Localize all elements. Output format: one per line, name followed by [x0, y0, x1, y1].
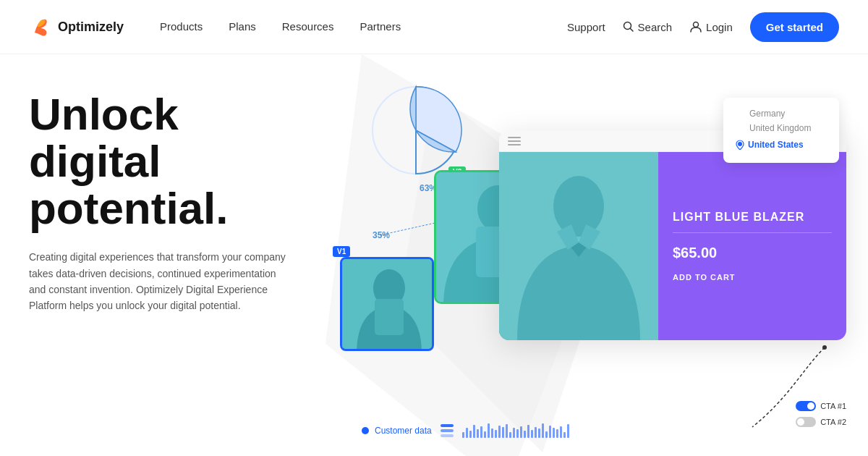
- navbar: Optimizely Products Plans Resources Part…: [0, 0, 868, 54]
- product-image: [499, 152, 658, 340]
- svg-point-16: [738, 142, 742, 146]
- search-button[interactable]: Search: [623, 21, 673, 33]
- hero-right: 35% 63% V1 V2: [318, 54, 868, 456]
- nav-item-products[interactable]: Products: [160, 20, 203, 33]
- svg-point-17: [822, 345, 827, 350]
- connector-line: [731, 340, 832, 442]
- nav-item-resources[interactable]: Resources: [282, 20, 334, 33]
- svg-point-2: [694, 22, 699, 28]
- data-stack-icon: [441, 424, 454, 437]
- hamburger-icon: [508, 137, 521, 145]
- user-icon: [689, 20, 702, 33]
- nav-item-partners[interactable]: Partners: [359, 20, 401, 33]
- location-uk[interactable]: United Kingdom: [735, 121, 827, 135]
- data-dot: [362, 427, 369, 434]
- brand-name: Optimizely: [58, 20, 124, 35]
- data-label: Customer data: [375, 426, 432, 436]
- hero-section: Unlockdigitalpotential. Creating digital…: [0, 54, 868, 456]
- product-divider: [673, 232, 832, 233]
- nav-item-plans[interactable]: Plans: [229, 20, 256, 33]
- svg-line-1: [630, 29, 633, 32]
- location-pin-icon: [735, 140, 745, 150]
- location-dropdown: Germany United Kingdom United States: [723, 98, 839, 163]
- product-title: LIGHT BLUE BLAZER: [673, 211, 832, 224]
- v1-image-card: [340, 257, 434, 351]
- product-price: $65.00: [673, 245, 832, 261]
- location-germany[interactable]: Germany: [735, 106, 827, 121]
- location-us[interactable]: United States: [748, 138, 804, 152]
- hero-description: Creating digital experiences that transf…: [29, 249, 289, 314]
- hero-headline: Unlockdigitalpotential.: [29, 90, 289, 232]
- product-info: LIGHT BLUE BLAZER $65.00 ADD TO CART: [658, 152, 846, 340]
- logo-area[interactable]: Optimizely: [29, 15, 124, 38]
- support-link[interactable]: Support: [567, 21, 605, 33]
- nav-right: Support Search Login Get started: [567, 12, 839, 42]
- ab-v1-label: V1: [333, 246, 350, 257]
- hero-left: Unlockdigitalpotential. Creating digital…: [0, 54, 318, 456]
- data-bars-visual: [462, 423, 569, 438]
- brand-logo-icon: [29, 15, 52, 38]
- add-to-cart-button[interactable]: ADD TO CART: [673, 273, 832, 282]
- svg-text:35%: 35%: [373, 230, 390, 240]
- login-button[interactable]: Login: [689, 20, 733, 33]
- get-started-button[interactable]: Get started: [750, 12, 839, 42]
- svg-point-15: [553, 176, 604, 237]
- svg-rect-10: [375, 299, 404, 335]
- search-icon: [623, 21, 634, 33]
- nav-links: Products Plans Resources Partners: [160, 20, 567, 33]
- data-bar: Customer data: [362, 423, 569, 438]
- product-card-body: LIGHT BLUE BLAZER $65.00 ADD TO CART: [499, 152, 846, 340]
